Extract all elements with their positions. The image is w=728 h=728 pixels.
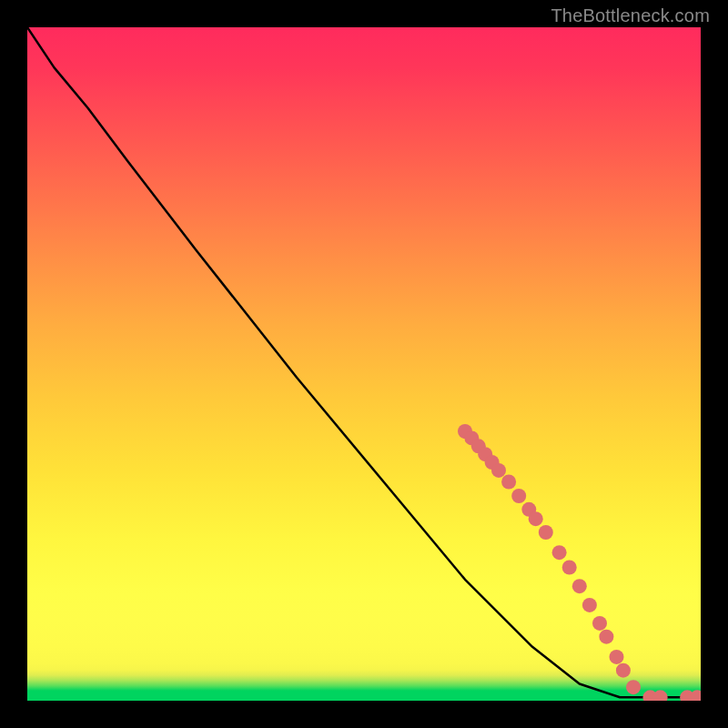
data-marker: [562, 561, 577, 575]
attribution-text: TheBottleneck.com: [551, 5, 710, 26]
data-marker: [616, 663, 631, 678]
chart-svg: [27, 27, 701, 701]
data-marker: [501, 475, 516, 490]
data-marker: [539, 525, 553, 540]
data-marker: [653, 690, 668, 701]
data-marker: [582, 598, 597, 612]
data-marker: [552, 545, 567, 560]
data-marker: [529, 511, 543, 526]
marker-group: [458, 424, 701, 701]
chart-frame: TheBottleneck.com: [0, 0, 728, 728]
data-marker: [572, 579, 587, 593]
data-marker: [599, 630, 613, 644]
data-marker: [511, 489, 526, 503]
plot-area: [27, 27, 701, 701]
series-curve: [27, 27, 701, 697]
data-marker: [610, 650, 624, 664]
data-marker: [491, 463, 506, 478]
data-marker: [592, 616, 607, 631]
data-marker: [626, 680, 641, 694]
